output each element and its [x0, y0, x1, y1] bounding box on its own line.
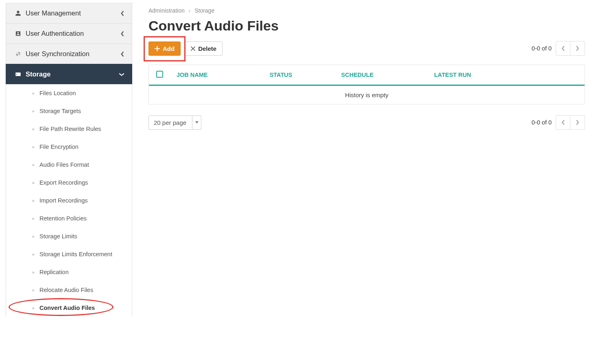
subnav-convert-audio-files[interactable]: »Convert Audio Files — [6, 299, 132, 317]
storage-subnav: »Files Location »Storage Targets »File P… — [6, 84, 132, 317]
col-status[interactable]: Status — [270, 72, 341, 78]
main-content: Administration › Storage Convert Audio F… — [132, 0, 598, 317]
subnav-audio-files-format[interactable]: »Audio Files Format — [6, 156, 132, 174]
double-chevron-icon: » — [32, 270, 35, 275]
chevron-left-icon — [120, 11, 124, 16]
sidebar-section-storage[interactable]: Storage — [6, 64, 132, 84]
subnav-files-location[interactable]: »Files Location — [6, 84, 132, 102]
pager-range: 0-0 of 0 — [532, 119, 552, 126]
pager-next-button[interactable] — [570, 115, 585, 130]
double-chevron-icon: » — [32, 91, 35, 96]
subnav-label: Storage Targets — [32, 108, 81, 114]
breadcrumb-part[interactable]: Administration — [148, 7, 185, 14]
pager-range: 0-0 of 0 — [532, 45, 552, 52]
subnav-storage-targets[interactable]: »Storage Targets — [6, 102, 132, 120]
subnav-export-recordings[interactable]: »Export Recordings — [6, 174, 132, 192]
subnav-import-recordings[interactable]: »Import Recordings — [6, 192, 132, 209]
subnav-label: Import Recordings — [32, 197, 87, 204]
chevron-left-icon — [561, 120, 565, 125]
user-icon — [13, 10, 22, 16]
sidebar-section-label: Storage — [22, 70, 119, 78]
subnav-retention-policies[interactable]: »Retention Policies — [6, 209, 132, 227]
chevron-left-icon — [120, 51, 124, 57]
double-chevron-icon: » — [32, 145, 35, 149]
sync-icon — [13, 51, 22, 57]
pager-prev-button[interactable] — [556, 115, 570, 130]
double-chevron-icon: » — [32, 163, 35, 167]
pager-bottom: 0-0 of 0 — [532, 115, 585, 130]
subnav-replication[interactable]: »Replication — [6, 263, 132, 281]
subnav-file-path-rewrite-rules[interactable]: »File Path Rewrite Rules — [6, 120, 132, 138]
sidebar-section-label: User Authentication — [22, 30, 120, 37]
chevron-left-icon — [120, 31, 124, 37]
jobs-table: Job Name Status Schedule Latest Run Hist… — [148, 65, 585, 105]
add-button-label: Add — [163, 45, 175, 52]
pager-top: 0-0 of 0 — [532, 41, 585, 56]
chevron-right-icon — [576, 120, 579, 125]
breadcrumb-separator-icon: › — [186, 7, 193, 14]
double-chevron-icon: » — [32, 198, 35, 203]
chevron-right-icon — [576, 46, 579, 51]
subnav-label: Convert Audio Files — [32, 305, 95, 311]
subnav-label: File Encryption — [32, 144, 79, 150]
subnav-storage-limits-enforcement[interactable]: »Storage Limits Enforcement — [6, 245, 132, 263]
id-badge-icon — [13, 31, 22, 37]
col-job-name[interactable]: Job Name — [172, 72, 270, 78]
breadcrumb: Administration › Storage — [148, 7, 585, 14]
double-chevron-icon: » — [32, 181, 35, 185]
sidebar-section-label: User Management — [22, 9, 120, 17]
chevron-left-icon — [561, 46, 565, 51]
sidebar-section-user-synchronization[interactable]: User Synchronization — [6, 44, 132, 64]
subnav-label: Files Location — [32, 90, 76, 96]
subnav-label: Storage Limits — [32, 233, 77, 240]
x-icon — [191, 46, 195, 51]
sidebar-section-user-management[interactable]: User Management — [6, 3, 132, 23]
subnav-label: Audio Files Format — [32, 161, 89, 168]
subnav-storage-limits[interactable]: »Storage Limits — [6, 227, 132, 245]
page-size-label: 20 per page — [148, 116, 192, 130]
subnav-label: Replication — [32, 269, 69, 275]
table-header: Job Name Status Schedule Latest Run — [149, 65, 585, 86]
hdd-icon — [13, 71, 22, 77]
table-footer: 20 per page 0-0 of 0 — [148, 115, 585, 130]
subnav-relocate-audio-files[interactable]: »Relocate Audio Files — [6, 281, 132, 299]
double-chevron-icon: » — [32, 288, 35, 292]
subnav-label: Export Recordings — [32, 179, 88, 186]
double-chevron-icon: » — [32, 216, 35, 221]
breadcrumb-part[interactable]: Storage — [194, 7, 214, 14]
pager-prev-button[interactable] — [556, 41, 570, 56]
chevron-down-icon — [119, 72, 124, 76]
pager-next-button[interactable] — [570, 41, 585, 56]
col-latest-run[interactable]: Latest Run — [434, 72, 577, 78]
double-chevron-icon: » — [32, 306, 35, 310]
subnav-label: Retention Policies — [32, 215, 87, 222]
toolbar: Add Delete 0-0 of 0 — [148, 41, 585, 56]
double-chevron-icon: » — [32, 234, 35, 239]
caret-down-icon — [195, 121, 199, 124]
double-chevron-icon: » — [32, 127, 35, 131]
plus-icon — [155, 46, 160, 51]
delete-button[interactable]: Delete — [185, 41, 223, 56]
subnav-file-encryption[interactable]: »File Encryption — [6, 138, 132, 156]
subnav-label: Storage Limits Enforcement — [32, 251, 112, 257]
subnav-label: File Path Rewrite Rules — [32, 126, 101, 132]
sidebar-section-label: User Synchronization — [22, 50, 120, 58]
double-chevron-icon: » — [32, 252, 35, 257]
subnav-label: Relocate Audio Files — [32, 287, 93, 293]
delete-button-label: Delete — [198, 45, 216, 52]
dropdown-toggle[interactable] — [192, 116, 201, 130]
page-size-select[interactable]: 20 per page — [148, 116, 201, 130]
sidebar: User Management User Authentication User… — [0, 0, 132, 317]
double-chevron-icon: » — [32, 109, 35, 113]
sidebar-section-user-authentication[interactable]: User Authentication — [6, 23, 132, 44]
select-all-checkbox[interactable] — [156, 71, 163, 78]
table-empty-message: History is empty — [149, 86, 585, 104]
add-button[interactable]: Add — [148, 41, 181, 56]
col-schedule[interactable]: Schedule — [341, 72, 434, 78]
page-title: Convert Audio Files — [148, 18, 585, 34]
